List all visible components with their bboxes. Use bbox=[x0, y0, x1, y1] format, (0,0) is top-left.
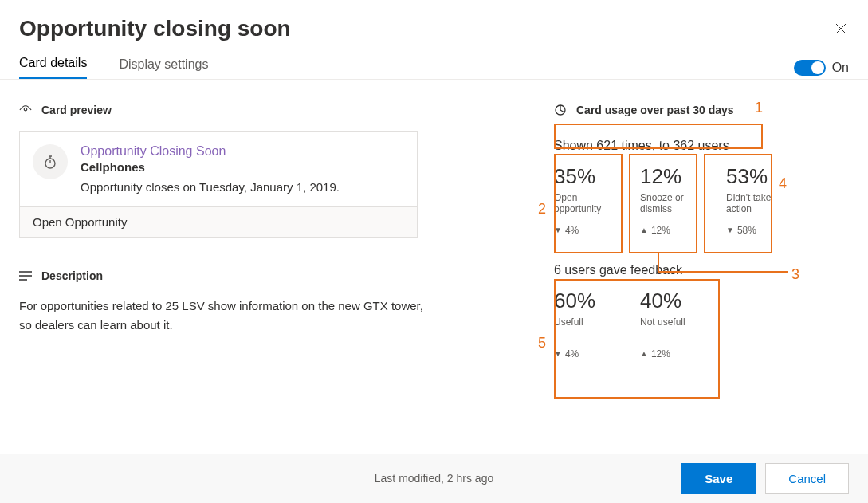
footer-buttons: Save Cancel bbox=[681, 463, 849, 494]
toggle-label: On bbox=[832, 61, 849, 75]
stat-trend: ▲12% bbox=[640, 225, 704, 236]
card-preview: Opportunity Closing Soon Cellphones Oppo… bbox=[19, 131, 418, 238]
triangle-up-icon: ▲ bbox=[640, 349, 648, 358]
card-preview-label: Card preview bbox=[41, 104, 112, 116]
stat-label: Didn't take action bbox=[726, 192, 790, 215]
tab-display-settings[interactable]: Display settings bbox=[119, 57, 208, 78]
page-title: Opportunity closing soon bbox=[19, 16, 291, 41]
card-subtitle: Cellphones bbox=[81, 160, 340, 174]
close-button[interactable] bbox=[833, 21, 849, 37]
triangle-down-icon: ▼ bbox=[726, 226, 734, 234]
stat-trend: ▼58% bbox=[726, 225, 790, 236]
open-opportunity-button[interactable]: Open Opportunity bbox=[20, 206, 417, 237]
card-preview-heading: Card preview bbox=[19, 104, 506, 116]
triangle-up-icon: ▲ bbox=[640, 226, 648, 234]
description-text: For opportunities related to 25 LSV show… bbox=[19, 297, 434, 335]
stat-trend: ▲12% bbox=[640, 348, 704, 360]
pie-icon bbox=[554, 104, 567, 116]
save-button[interactable]: Save bbox=[681, 463, 756, 494]
card-preview-body: Opportunity Closing Soon Cellphones Oppo… bbox=[20, 132, 417, 206]
cancel-button[interactable]: Cancel bbox=[765, 463, 849, 494]
stat-label: Snooze or dismiss bbox=[640, 192, 704, 215]
header: Opportunity closing soon bbox=[0, 0, 868, 41]
card-preview-texts: Opportunity Closing Soon Cellphones Oppo… bbox=[81, 144, 340, 194]
connector-line bbox=[658, 253, 788, 273]
description-section: Description For opportunities related to… bbox=[19, 269, 506, 335]
stat-open: 35% Open opportunity ▼4% bbox=[554, 164, 618, 236]
feedback-row: 60% Usefull ▼4% 40% Not usefull ▲12% bbox=[554, 289, 849, 360]
eye-icon bbox=[19, 104, 32, 116]
right-column: Card usage over past 30 days Shown 621 t… bbox=[554, 104, 849, 387]
annotation-2: 2 bbox=[538, 201, 546, 218]
description-heading: Description bbox=[19, 269, 506, 282]
stat-useful: 60% Usefull ▼4% bbox=[554, 289, 618, 360]
triangle-down-icon: ▼ bbox=[554, 226, 562, 234]
annotation-3: 3 bbox=[791, 266, 799, 283]
stat-label: Not usefull bbox=[640, 316, 704, 339]
stat-row: 35% Open opportunity ▼4% 12% Snooze or d… bbox=[554, 164, 849, 236]
annotation-4: 4 bbox=[779, 175, 787, 192]
stat-trend: ▼4% bbox=[554, 225, 618, 236]
stat-trend: ▼4% bbox=[554, 348, 618, 360]
stat-label: Usefull bbox=[554, 316, 618, 339]
on-toggle[interactable] bbox=[794, 60, 826, 76]
usage-label: Card usage over past 30 days bbox=[576, 104, 734, 116]
tab-bar: Card details Display settings On bbox=[0, 41, 868, 80]
tab-card-details[interactable]: Card details bbox=[19, 56, 87, 79]
on-toggle-wrap: On bbox=[794, 60, 849, 76]
text-icon bbox=[19, 269, 32, 282]
content: Card preview Opportunity Closing Soon Ce… bbox=[0, 80, 868, 387]
close-icon bbox=[835, 23, 846, 34]
card-title: Opportunity Closing Soon bbox=[81, 144, 340, 159]
stopwatch-icon-circle bbox=[33, 144, 68, 179]
svg-point-0 bbox=[24, 108, 27, 111]
stat-snooze: 12% Snooze or dismiss ▲12% bbox=[640, 164, 704, 236]
description-label: Description bbox=[41, 269, 103, 282]
stat-label: Open opportunity bbox=[554, 192, 618, 215]
last-modified: Last modified, 2 hrs ago bbox=[375, 472, 493, 485]
left-column: Card preview Opportunity Closing Soon Ce… bbox=[19, 104, 506, 387]
stat-pct: 35% bbox=[554, 164, 618, 189]
triangle-down-icon: ▼ bbox=[554, 349, 562, 358]
annotation-1: 1 bbox=[755, 100, 763, 116]
stat-pct: 40% bbox=[640, 289, 704, 313]
footer: Last modified, 2 hrs ago Save Cancel bbox=[0, 454, 868, 503]
stopwatch-icon bbox=[42, 154, 58, 170]
card-text: Opportunity closes on Tuesday, January 1… bbox=[81, 180, 340, 194]
shown-summary: Shown 621 times, to 362 users bbox=[554, 139, 849, 153]
stat-pct: 60% bbox=[554, 289, 618, 313]
annotation-5: 5 bbox=[538, 335, 546, 352]
stat-notuseful: 40% Not usefull ▲12% bbox=[640, 289, 704, 360]
usage-heading: Card usage over past 30 days bbox=[554, 104, 849, 116]
stat-pct: 12% bbox=[640, 164, 704, 189]
